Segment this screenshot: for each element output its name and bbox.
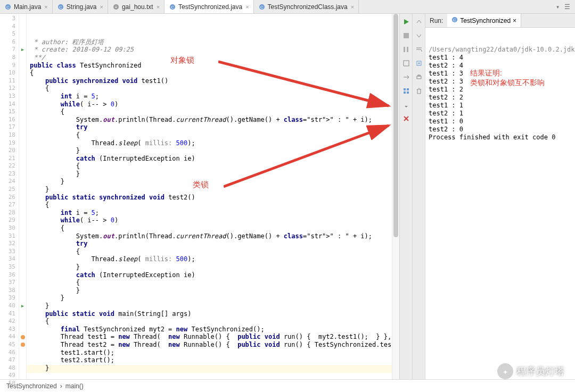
close-icon[interactable]: × xyxy=(245,4,249,10)
java-file-icon: C xyxy=(258,3,266,11)
line-gutter: 3456789101112131415161718192021222324252… xyxy=(0,14,19,379)
arrow-1 xyxy=(218,55,392,119)
console-line: test2 : 1 xyxy=(429,110,572,118)
gutter-mark xyxy=(19,294,26,302)
code-line: * author: 程序员灯塔 xyxy=(30,38,392,46)
code-line: { xyxy=(30,248,392,256)
gutter-mark xyxy=(19,240,26,248)
gutter-mark[interactable]: ▶ xyxy=(19,302,26,310)
console-line: test1 : 4 xyxy=(429,54,572,62)
svg-text:C: C xyxy=(6,5,10,10)
close-icon[interactable]: × xyxy=(513,17,516,24)
tab-TestSynchronizedClass-java[interactable]: CTestSynchronizedClass.java× xyxy=(254,0,359,13)
svg-rect-16 xyxy=(404,88,406,90)
gutter-mark xyxy=(19,123,26,131)
console-line: test1 : 1 xyxy=(429,102,572,110)
gutter-mark xyxy=(19,255,26,263)
gutter-mark xyxy=(19,364,26,372)
scroll-up-button[interactable] xyxy=(414,17,424,27)
code-line: public static void main(String[] args) xyxy=(30,310,392,318)
code-line: test2.start(); xyxy=(30,356,392,364)
close-icon[interactable]: × xyxy=(44,4,47,10)
tab-TestSynchronized-java[interactable]: CTestSynchronized.java× xyxy=(165,0,254,13)
gutter-mark xyxy=(19,85,26,93)
clear-button[interactable] xyxy=(414,86,424,96)
code-area[interactable]: * author: 程序员灯塔 * create: 2018-09-12 09:… xyxy=(27,14,392,379)
code-line: { xyxy=(30,318,392,326)
gutter-mark xyxy=(19,224,26,232)
gutter-mark xyxy=(19,38,26,46)
pause-button[interactable] xyxy=(401,45,411,54)
gutter-mark xyxy=(19,248,26,256)
tab-label: TestSynchronized.java xyxy=(178,3,242,11)
code-line: Thread test1 = new Thread( new Runnable(… xyxy=(30,333,392,341)
pin-button[interactable] xyxy=(401,100,411,110)
export-button[interactable] xyxy=(414,59,424,68)
rerun-button[interactable] xyxy=(401,17,411,27)
code-line: Thread.sleep( millis: 500); xyxy=(30,255,392,263)
watermark-text: 程序员灯塔 xyxy=(516,365,564,378)
gutter-mark xyxy=(19,23,26,31)
console-line: test1 : 0 xyxy=(429,118,572,126)
code-line: try xyxy=(30,240,392,248)
editor-scrollbar[interactable] xyxy=(392,14,399,379)
console-output[interactable]: /Users/wangting22/data0/jdk-10.0.2.jdk/t… xyxy=(425,28,575,379)
code-line: { xyxy=(30,279,392,287)
gutter-mark xyxy=(19,318,26,326)
gutter-mark xyxy=(19,54,26,62)
gutter-mark[interactable] xyxy=(19,341,26,349)
gutter-mark xyxy=(19,216,26,224)
breadcrumb[interactable]: TestSynchronized › main() xyxy=(0,379,575,392)
console-line: test2 : 0 xyxy=(429,126,572,134)
gutter-mark xyxy=(19,62,26,70)
gutter-mark xyxy=(19,310,26,318)
run-toolbar-secondary xyxy=(413,14,425,379)
gutter-mark[interactable] xyxy=(19,333,26,341)
print-button[interactable] xyxy=(414,72,424,82)
split-icon[interactable]: ☰ xyxy=(564,3,572,11)
gutter-mark xyxy=(19,209,26,217)
tab-String-java[interactable]: CString.java× xyxy=(53,0,108,13)
watermark: ✦ 程序员灯塔 xyxy=(497,363,564,379)
dump-button[interactable] xyxy=(401,59,411,68)
close-button[interactable] xyxy=(401,114,411,123)
gutter-mark xyxy=(19,232,26,240)
code-line: } xyxy=(30,263,392,271)
annotation-object-lock: 对象锁 xyxy=(170,56,194,64)
gutter-mark[interactable]: ▶ xyxy=(19,46,26,54)
code-line: { xyxy=(30,224,392,232)
gutter-mark xyxy=(19,15,26,23)
run-header: Run: C TestSynchronized × xyxy=(425,14,575,28)
svg-rect-21 xyxy=(417,76,421,79)
tab-label: TestSynchronizedClass.java xyxy=(268,3,348,11)
tab-overflow: ▾ ☰ xyxy=(556,3,575,11)
gutter-mark xyxy=(19,101,26,109)
code-line: } xyxy=(30,302,392,310)
stop-button[interactable] xyxy=(401,31,411,40)
svg-rect-14 xyxy=(407,47,408,52)
exit-button[interactable] xyxy=(401,72,411,82)
svg-text:≡: ≡ xyxy=(115,5,118,10)
run-tab-label: TestSynchronized xyxy=(460,17,511,24)
run-pane: Run: C TestSynchronized × /Users/wangtin… xyxy=(399,14,575,379)
gutter-mark xyxy=(19,77,26,85)
scroll-thumb[interactable] xyxy=(393,14,398,237)
tab-gai_hou-txt[interactable]: ≡gai_hou.txt× xyxy=(108,0,165,13)
soft-wrap-button[interactable] xyxy=(414,45,424,54)
close-icon[interactable]: × xyxy=(157,4,160,10)
gutter-mark xyxy=(19,349,26,357)
run-toolbar-primary xyxy=(400,14,413,379)
close-icon[interactable]: × xyxy=(351,4,354,10)
svg-line-11 xyxy=(224,126,389,187)
layout-button[interactable] xyxy=(401,86,411,96)
gutter-mark xyxy=(19,108,26,116)
run-tab[interactable]: C TestSynchronized × xyxy=(447,14,521,27)
more-tabs-icon[interactable]: ▾ xyxy=(556,3,563,11)
scroll-down-button[interactable] xyxy=(414,31,424,40)
arrow-2 xyxy=(224,120,392,195)
gutter-marks: ▶▶ xyxy=(19,14,27,379)
close-icon[interactable]: × xyxy=(100,4,103,10)
gutter-mark xyxy=(19,356,26,364)
tab-Main-java[interactable]: CMain.java× xyxy=(0,0,53,13)
breadcrumb-method[interactable]: main() xyxy=(65,382,84,390)
